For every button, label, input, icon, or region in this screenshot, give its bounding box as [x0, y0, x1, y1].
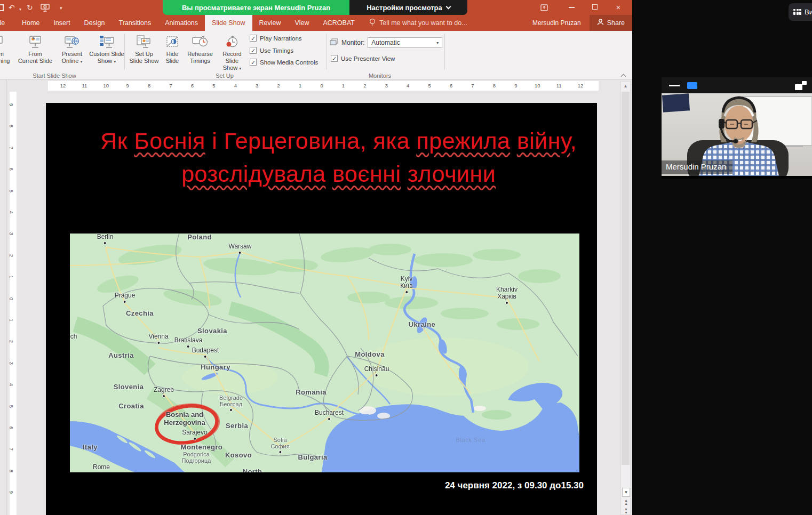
v-ruler-mark: 7 — [9, 147, 14, 149]
play-narrations-checkbox[interactable]: ✓ Play Narrations — [250, 35, 302, 42]
v-ruler-mark: 7 — [9, 448, 14, 450]
map-label-sofia: SofiaСофия — [270, 437, 289, 454]
h-ruler-mark: 5 — [212, 83, 215, 88]
custom-slide-show-button[interactable]: Custom Slide Show ▾ — [89, 33, 125, 65]
h-ruler-mark: 6 — [191, 83, 194, 88]
ribbon-separator — [327, 34, 327, 70]
v-ruler-mark: 5 — [9, 405, 14, 407]
from-current-slide-button[interactable]: From Current Slide — [16, 33, 54, 65]
map-label-serbia: Serbia — [226, 422, 248, 430]
h-ruler-mark: 9 — [514, 83, 517, 88]
minimize-button[interactable] — [566, 2, 577, 13]
ribbon-tabs-row: File HomeInsertDesignTransitionsAnimatio… — [0, 15, 632, 31]
previous-slide-button[interactable]: ▲▲ — [622, 499, 630, 505]
gallery-view-icon — [793, 9, 801, 15]
v-ruler-mark: 1 — [9, 319, 14, 321]
scrollbar-thumb[interactable] — [622, 92, 630, 465]
hide-slide-button[interactable]: Hide Slide — [161, 33, 184, 65]
map-label-hungary: Hungary — [201, 363, 230, 371]
v-ruler-mark: 9 — [9, 491, 14, 494]
map-label-kharkiv: KharkivХарків — [496, 286, 518, 304]
zoom-app-window: ↶ ▾ ↻ ▾ × File HomeInsertDesignTransitio… — [0, 0, 812, 515]
city-dot-icon — [505, 301, 508, 304]
map-label-slovakia: Slovakia — [197, 327, 227, 335]
slide-title-line-2: розслідувала воєнні злочини — [80, 157, 597, 190]
collapse-ribbon-button[interactable] — [622, 73, 627, 77]
h-ruler-mark: 12 — [578, 83, 584, 88]
undo-dropdown-icon[interactable]: ▾ — [19, 5, 21, 14]
participant-video-thumbnail[interactable]: Mersudin Pruzan — [662, 77, 812, 179]
tell-me-box[interactable]: Tell me what you want to do... — [369, 15, 467, 31]
tab-file-clipped[interactable]: File — [0, 15, 14, 31]
show-media-controls-checkbox[interactable]: ✓ Show Media Controls — [250, 59, 318, 66]
monitor-icon — [330, 38, 338, 47]
city-dot-icon — [157, 341, 160, 344]
slide-title-line-1: Як Боснія і Герцеговина, яка прежила вій… — [80, 124, 597, 157]
view-options-dropdown[interactable]: Настройки просмотра — [349, 0, 467, 15]
map-label-prague: Prague — [115, 292, 136, 303]
map-label-kyiv: KyivКиїв — [400, 276, 412, 294]
map-label-kosovo: Kosovo — [225, 451, 252, 459]
tab-animations[interactable]: Animations — [158, 15, 205, 31]
group-label-monitors: Monitors — [369, 73, 391, 79]
undo-icon[interactable]: ↶ — [9, 3, 15, 12]
scroll-down-icon[interactable]: ▼ — [622, 488, 630, 497]
record-slide-show-button[interactable]: Record Slide Show ▾ — [217, 33, 248, 72]
set-up-slide-show-button[interactable]: Set Up Slide Show — [128, 33, 161, 65]
monitor-select[interactable]: Automatic ▾ — [368, 37, 442, 48]
h-ruler-mark: 9 — [126, 83, 129, 88]
h-ruler-mark: 1 — [342, 83, 345, 88]
chevron-down-icon — [445, 4, 451, 9]
from-beginning-button[interactable]: From Beginning — [0, 33, 16, 65]
close-button[interactable]: × — [612, 2, 624, 13]
use-presenter-view-checkbox[interactable]: ✓ Use Presenter View — [331, 55, 395, 62]
v-ruler-mark: 5 — [9, 189, 14, 192]
checkbox-checked: ✓ — [250, 35, 257, 42]
monitor-label: Monitor: — [341, 39, 364, 46]
zoom-blue-icon[interactable] — [687, 82, 697, 89]
checkbox-checked: ✓ — [250, 59, 257, 66]
present-online-button[interactable]: Present Online ▾ — [55, 33, 89, 65]
minimize-video-icon[interactable] — [669, 85, 680, 86]
redo-icon[interactable]: ↻ — [27, 3, 33, 12]
map-label-italy: Italy — [83, 443, 98, 451]
v-ruler-mark: 6 — [9, 427, 14, 429]
customize-qat-icon[interactable]: ▾ — [60, 3, 62, 13]
webcam-video: Mersudin Pruzan — [662, 93, 812, 176]
city-dot-icon — [278, 450, 282, 454]
tab-slide-show[interactable]: Slide Show — [205, 15, 252, 31]
tab-view[interactable]: View — [288, 15, 316, 31]
rehearse-timings-button[interactable]: Rehearse Timings — [183, 33, 217, 65]
use-timings-checkbox[interactable]: ✓ Use Timings — [250, 47, 293, 54]
map-label-vienna: Vienna — [148, 333, 168, 344]
tab-acrobat[interactable]: ACROBAT — [316, 15, 362, 31]
start-slideshow-icon[interactable] — [41, 4, 50, 12]
account-name[interactable]: Mersudin Pruzan — [532, 15, 581, 31]
scroll-up-icon[interactable]: ▲ — [622, 82, 630, 90]
speaker-view-icon[interactable] — [795, 81, 807, 90]
next-slide-button[interactable]: ▼▼ — [622, 508, 630, 514]
zoom-view-button[interactable]: Ви — [789, 3, 812, 21]
from-beginning-icon — [0, 33, 4, 49]
v-ruler-mark: 1 — [9, 276, 14, 278]
tab-design[interactable]: Design — [77, 15, 112, 31]
h-ruler-mark: 11 — [82, 83, 87, 88]
ribbon-display-options-icon[interactable] — [540, 2, 552, 13]
h-ruler-mark: 10 — [104, 83, 109, 88]
tab-review[interactable]: Review — [252, 15, 288, 31]
share-button[interactable]: Share — [590, 15, 632, 31]
tab-insert[interactable]: Insert — [46, 15, 77, 31]
slide-canvas[interactable]: Як Боснія і Герцеговина, яка прежила вій… — [46, 103, 597, 515]
tab-home[interactable]: Home — [15, 15, 46, 31]
maximize-button[interactable] — [589, 2, 601, 13]
dropdown-caret: ▾ — [114, 59, 116, 64]
tab-transitions[interactable]: Transitions — [112, 15, 158, 31]
map-label-moldova: Moldova — [355, 350, 385, 358]
v-ruler-mark: 8 — [9, 470, 14, 472]
h-ruler-mark: 1 — [299, 83, 301, 88]
map-label-belgrade: BelgradeБеоград — [219, 395, 243, 412]
map-label-zagreb: Zagreb — [154, 386, 174, 398]
save-icon[interactable] — [0, 4, 4, 11]
dropdown-caret: ▾ — [239, 66, 241, 71]
v-ruler-mark: 4 — [9, 383, 14, 386]
